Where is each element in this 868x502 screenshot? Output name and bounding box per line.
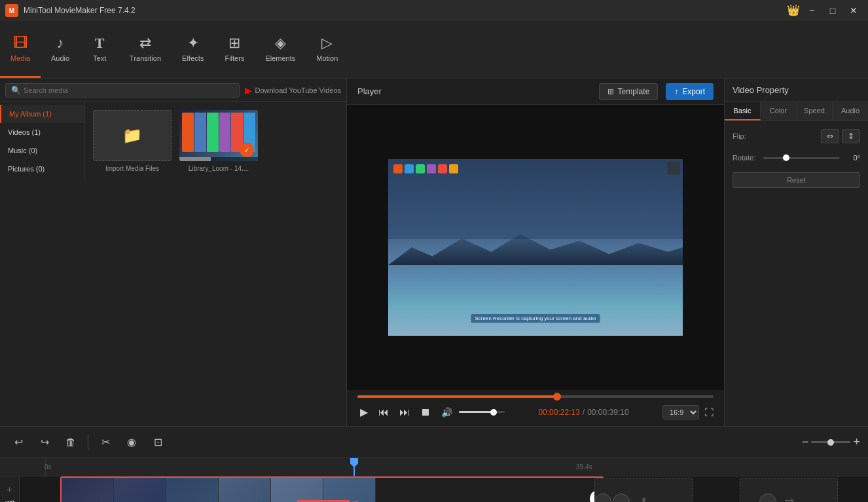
track-arrow-left[interactable]: ← [594,493,611,502]
media-grid: 📁 Import Media Files [85,102,347,181]
download-youtube-button[interactable]: ▶ Download YouTube Videos [245,85,342,96]
album-list: My Album (1) Videos (1) Music (0) Pictur… [0,102,85,181]
toolbar-label-audio: Audio [51,54,69,62]
prev-button[interactable]: ⏮ [376,404,391,421]
rotate-slider[interactable] [763,157,840,159]
flip-horizontal-button[interactable]: ⇔ [821,129,839,143]
track-arrow-right[interactable]: → [613,493,630,502]
flip-controls: ⇔ ⇕ [821,129,860,143]
aspect-ratio-select[interactable]: 16:9 9:16 1:1 4:3 [662,405,699,420]
stop-button[interactable]: ⏹ [418,404,433,421]
maximize-button[interactable]: □ [823,4,842,17]
timeline: 0s 39.4s + 🎬 39.4s [0,457,868,502]
video-progress-bar [179,157,258,161]
track-arrow-right2[interactable]: → [759,493,776,502]
toolbar-item-text[interactable]: T Text [80,21,119,78]
album-item-music[interactable]: Music (0) [0,141,84,160]
volume-handle[interactable] [490,409,497,416]
mute-button[interactable]: 🔊 [439,404,455,420]
add-track-icon[interactable]: + [7,484,12,495]
toolbar-item-transition[interactable]: ⇄ Transition [119,21,172,78]
video-media-label: Library_Loom - 14.... [189,165,249,172]
title-bar-title: MiniTool MovieMaker Free 7.4.2 [24,6,136,15]
album-item-myalbum[interactable]: My Album (1) [0,105,84,123]
toolbar-label-filters: Filters [225,54,244,62]
export-icon: ↑ [674,87,678,96]
rotate-slider-container: 0° [763,154,860,162]
video-thumb-box[interactable]: ✓ [179,110,258,161]
template-button[interactable]: ⊞ Template [599,83,659,100]
main-area: 🔍 ▶ Download YouTube Videos My Album (1)… [0,79,868,426]
toolbar-item-motion[interactable]: ▷ Motion [306,21,348,78]
close-button[interactable]: ✕ [844,4,863,17]
tab-basic[interactable]: Basic [725,102,761,120]
progress-handle[interactable] [553,393,561,401]
download-icon: ⬇ [639,495,649,502]
player-header: Player ⊞ Template ↑ Export [347,79,724,105]
video-frame-1 [62,478,114,502]
tab-audio[interactable]: Audio [833,102,868,120]
timeline-playhead[interactable] [353,458,355,476]
tab-color[interactable]: Color [761,102,797,120]
toolbar-item-filters[interactable]: ⊞ Filters [214,21,255,78]
tab-speed[interactable]: Speed [797,102,833,120]
app-icon: M [5,4,18,17]
volume-slider[interactable] [459,411,505,413]
search-icon: 🔍 [11,86,21,95]
toolbar-item-elements[interactable]: ◈ Elements [255,21,306,78]
zoom-in-button[interactable]: + [853,435,860,449]
seek-arrow: → [297,495,360,502]
video-track[interactable]: 39.4s → 🔊 ✂ [60,476,604,502]
transition-icon: ⇄ [139,35,151,52]
toolbar-item-audio[interactable]: ♪ Audio [41,21,80,78]
playhead-marker [350,458,358,467]
zoom-handle[interactable] [827,439,834,446]
next-button[interactable]: ⏭ [397,404,412,421]
download-youtube-label: Download YouTube Videos [255,86,342,94]
minimize-button[interactable]: − [803,4,821,17]
album-item-pictures[interactable]: Pictures (0) [0,160,84,178]
video-track-row: + 🎬 39.4s → [0,476,868,502]
search-box[interactable]: 🔍 [5,83,240,98]
search-input[interactable] [24,86,234,94]
reset-button[interactable]: Reset [732,172,860,188]
toolbar-item-media[interactable]: 🎞 Media [0,21,41,78]
video-track-label-area: + 🎬 [0,476,20,502]
delete-button[interactable]: 🗑 [60,433,81,452]
crown-icon[interactable]: 👑 [787,4,800,17]
placeholder-track-2: ⇄ [740,478,838,502]
title-bar-left: M MiniTool MovieMaker Free 7.4.2 [5,4,136,17]
flip-vertical-button[interactable]: ⇕ [842,129,860,143]
toolbar-label-text: Text [93,54,106,62]
toolbar-label-media: Media [10,54,30,62]
template-label: Template [618,87,650,96]
time-display-group: 00:00:22:13 / 00:00:39:10 [538,408,628,417]
album-item-videos[interactable]: Videos (1) [0,123,84,141]
volume-fill [459,411,494,413]
toolbar-item-effects[interactable]: ✦ Effects [172,21,214,78]
zoom-out-button[interactable]: − [802,435,809,449]
redo-button[interactable]: ↪ [34,433,55,452]
rotate-handle[interactable] [783,154,789,161]
play-button[interactable]: ▶ [357,403,371,421]
video-progress-fill [179,157,211,161]
cut-button[interactable]: ✂ [95,433,116,452]
bottom-toolbar: ↩ ↪ 🗑 ✂ ◉ ⊡ − + [0,426,868,457]
zoom-slider[interactable] [811,441,850,443]
title-bar-controls: 👑 − □ ✕ [787,4,863,17]
crop-button[interactable]: ⊡ [147,433,168,452]
import-media-tile[interactable]: 📁 Import Media Files [93,110,172,172]
video-check-icon: ✓ [240,143,254,157]
detach-audio-button[interactable]: ◉ [121,433,142,452]
timeline-tracks: + 🎬 39.4s → [0,476,868,502]
export-button[interactable]: ↑ Export [666,83,714,100]
text-icon: T [95,35,105,52]
undo-button[interactable]: ↩ [8,433,29,452]
video-media-tile[interactable]: ✓ Library_Loom - 14.... [179,110,258,172]
import-media-box[interactable]: 📁 [93,110,172,161]
fullscreen-button[interactable]: ⛶ [704,407,714,418]
player-title: Player [357,86,382,96]
progress-bar[interactable] [357,395,714,398]
toolbar-label-elements: Elements [265,54,295,62]
right-controls: 16:9 9:16 1:1 4:3 ⛶ [662,405,714,420]
